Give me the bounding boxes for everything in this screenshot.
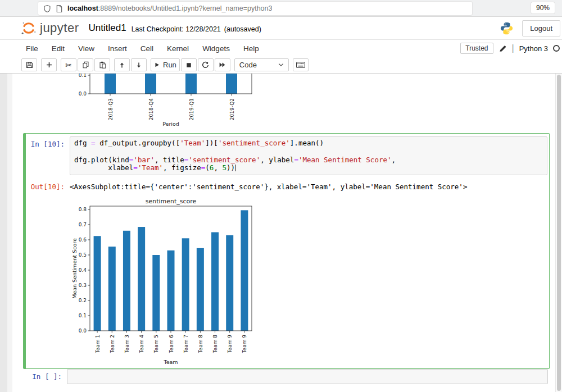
cut-cells-button[interactable]: ✂ (61, 58, 76, 71)
bar (108, 247, 116, 331)
svg-text:Team: Team (163, 359, 178, 365)
scrollbar-thumb[interactable] (557, 75, 561, 391)
bar (167, 250, 175, 331)
cell-type-select[interactable]: Code (234, 58, 289, 71)
svg-text:0.6: 0.6 (79, 237, 87, 243)
svg-text:0.0: 0.0 (79, 91, 87, 97)
svg-text:Team 5: Team 5 (153, 335, 159, 353)
menu-help[interactable]: Help (237, 41, 266, 56)
notebook-header: jupyter Untitled1 Last Checkpoint: 12/28… (0, 17, 562, 40)
svg-text:Team 9: Team 9 (227, 335, 233, 354)
bar (145, 74, 156, 94)
svg-text:2019-Q1: 2019-Q1 (189, 98, 194, 120)
svg-text:Team 2: Team 2 (110, 335, 115, 353)
cell-type-value: Code (239, 61, 257, 69)
add-cell-button[interactable] (41, 58, 57, 71)
keyboard-icon (296, 62, 305, 68)
python-logo-icon (500, 21, 514, 35)
output-chart-sentiment-score: 0.00.10.20.30.40.50.60.70.8Team 1Team 2T… (70, 197, 261, 366)
empty-code-cell[interactable]: In [ ]: (23, 369, 550, 384)
bar (152, 255, 160, 331)
notebook-area: 0.00.12018-Q32018-Q42019-Q12019-Q2Period… (0, 74, 562, 392)
empty-code-input[interactable] (67, 369, 548, 384)
url-host: localhost (67, 4, 98, 12)
svg-text:sentiment_score: sentiment_score (146, 198, 197, 205)
save-button[interactable] (21, 58, 37, 71)
input-prompt: In [10]: (26, 136, 70, 148)
svg-text:0.1: 0.1 (79, 74, 87, 78)
move-cell-down-button[interactable] (131, 58, 147, 71)
svg-text:0.4: 0.4 (79, 267, 87, 273)
menu-bar: File Edit View Insert Cell Kernel Widget… (0, 40, 562, 57)
bar (241, 211, 248, 331)
menu-cell[interactable]: Cell (134, 41, 160, 56)
autosave-status: (autosaved) (224, 24, 261, 33)
code-line (74, 148, 543, 156)
svg-text:0.2: 0.2 (79, 298, 87, 303)
svg-text:0.8: 0.8 (79, 207, 87, 212)
bar (105, 74, 116, 94)
menu-edit[interactable]: Edit (45, 41, 71, 56)
svg-text:0.0: 0.0 (79, 328, 87, 334)
menu-insert[interactable]: Insert (101, 41, 134, 56)
output-prompt: Out[10]: (26, 179, 70, 191)
code-line: xlabel='Team', figsize=(6, 5)) (74, 164, 543, 172)
bar (94, 236, 101, 331)
svg-text:Team 8: Team 8 (212, 335, 218, 354)
browser-bar: localhost:8889/notebooks/Untitled1.ipynb… (0, 0, 562, 17)
output-chart-period-partial: 0.00.12018-Q32018-Q42019-Q12019-Q2Period (70, 74, 261, 129)
url-bar[interactable]: localhost:8889/notebooks/Untitled1.ipynb… (38, 2, 472, 15)
pencil-icon[interactable] (498, 44, 507, 53)
bar (197, 248, 204, 331)
svg-text:Team 7: Team 7 (183, 335, 189, 353)
run-button-label: Run (163, 61, 176, 69)
bar (226, 235, 233, 331)
copy-cells-button[interactable] (78, 58, 93, 71)
paste-cells-button[interactable] (94, 58, 110, 71)
scissors-icon: ✂ (65, 61, 72, 69)
restart-kernel-button[interactable] (198, 58, 214, 71)
interrupt-kernel-button[interactable] (181, 58, 197, 71)
svg-text:2018-Q4: 2018-Q4 (148, 98, 154, 121)
logout-button[interactable]: Logout (522, 20, 560, 37)
chevron-down-icon (278, 63, 284, 67)
svg-text:0.5: 0.5 (79, 252, 87, 258)
svg-text:0.1: 0.1 (79, 313, 87, 318)
bar (123, 231, 130, 331)
menu-file[interactable]: File (19, 41, 45, 56)
bar (226, 74, 237, 94)
active-code-cell[interactable]: In [10]: dfg = df_output.groupby(['Team'… (23, 133, 550, 369)
menu-view[interactable]: View (71, 41, 101, 56)
notebook-title[interactable]: Untitled1 (89, 22, 126, 34)
page-icon (56, 4, 63, 13)
code-editor[interactable]: dfg = df_output.groupby(['Team'])['senti… (70, 136, 547, 175)
empty-input-prompt: In [ ]: (23, 369, 67, 384)
svg-text:Team 3: Team 3 (124, 335, 130, 353)
kernel-name: Python 3 (519, 44, 548, 53)
page-margin-left (0, 74, 7, 392)
menu-widgets[interactable]: Widgets (196, 41, 237, 56)
run-button[interactable]: Run (151, 58, 180, 71)
svg-text:2018-Q3: 2018-Q3 (108, 98, 114, 120)
trusted-button[interactable]: Trusted (460, 43, 493, 54)
browser-zoom-badge[interactable]: 90% (531, 2, 555, 13)
jupyter-logo[interactable]: jupyter (20, 20, 79, 37)
bar (182, 238, 189, 331)
menu-kernel[interactable]: Kernel (160, 41, 196, 56)
header-divider: | (512, 43, 514, 53)
kernel-idle-indicator-icon (553, 45, 560, 52)
notebook-toolbar: ✂ Run Code (0, 57, 562, 74)
move-cell-up-button[interactable] (114, 58, 130, 71)
svg-text:Team 1: Team 1 (95, 335, 101, 353)
svg-text:Team 9: Team 9 (242, 335, 247, 354)
svg-text:Team 8: Team 8 (198, 335, 203, 354)
restart-run-all-button[interactable] (215, 58, 230, 71)
svg-text:2019-Q2: 2019-Q2 (229, 98, 235, 120)
checkpoint-status: Last Checkpoint: 12/28/2021 (132, 24, 221, 33)
svg-text:Team 4: Team 4 (139, 335, 144, 354)
jupyter-logo-text: jupyter (40, 21, 79, 35)
command-palette-button[interactable] (293, 58, 309, 71)
output-repr-text: <AxesSubplot:title={'center':'sentiment_… (70, 179, 467, 191)
vertical-scrollbar[interactable] (555, 74, 562, 392)
page-margin-left-inner (7, 74, 12, 392)
